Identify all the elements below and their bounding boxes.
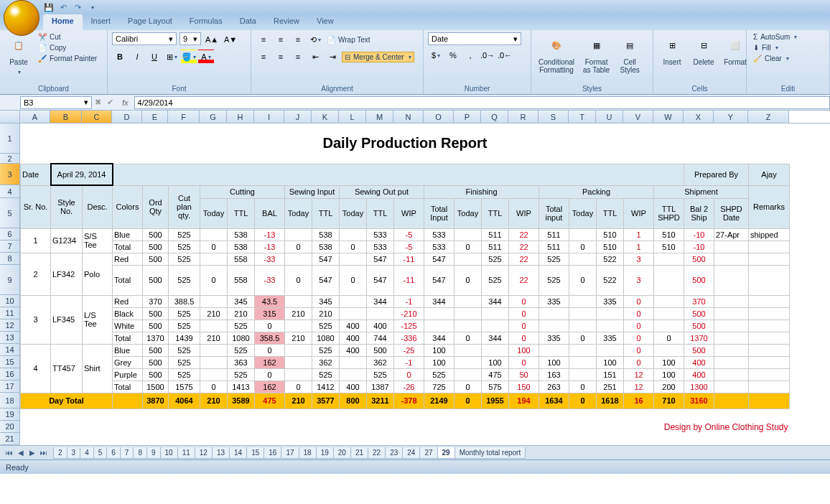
cancel-icon[interactable]: ✖ <box>95 98 101 107</box>
font-name-combo[interactable]: Calibri▾ <box>112 32 177 45</box>
sheet-tab-29[interactable]: 29 <box>437 447 455 459</box>
sheet-tab-12[interactable]: 12 <box>195 447 213 459</box>
number-format-combo[interactable]: Date▾ <box>428 32 521 45</box>
currency-button[interactable]: $ <box>428 48 444 62</box>
row-header-6[interactable]: 6 <box>0 228 20 241</box>
undo-icon[interactable]: ↶ <box>57 1 69 13</box>
align-middle-icon[interactable]: ≡ <box>273 32 289 47</box>
sheet-tab-8[interactable]: 8 <box>133 447 147 459</box>
col-header-J[interactable]: J <box>284 111 312 123</box>
format-button[interactable]: ⬜Format <box>721 32 750 67</box>
col-header-M[interactable]: M <box>366 111 393 123</box>
sheet-tab-22[interactable]: 22 <box>368 447 386 459</box>
col-header-L[interactable]: L <box>339 111 366 123</box>
fx-icon[interactable]: fx <box>122 98 129 107</box>
row-header-19[interactable]: 19 <box>0 409 20 421</box>
spreadsheet-cells[interactable]: Daily Production ReportDateApril 29, 201… <box>20 123 790 445</box>
sheet-tab-3[interactable]: 3 <box>67 447 81 459</box>
row-header-16[interactable]: 16 <box>0 368 20 381</box>
align-right-icon[interactable]: ≡ <box>290 50 306 64</box>
sheet-tab-15[interactable]: 15 <box>246 447 264 459</box>
sheet-tab-2[interactable]: 2 <box>53 447 67 459</box>
row-header-12[interactable]: 12 <box>0 319 20 332</box>
office-button[interactable] <box>4 0 39 36</box>
col-header-S[interactable]: S <box>538 111 569 123</box>
row-header-20[interactable]: 20 <box>0 421 20 433</box>
align-top-icon[interactable]: ≡ <box>256 32 271 47</box>
row-header-17[interactable]: 17 <box>0 381 20 393</box>
sheet-tab-14[interactable]: 14 <box>229 447 247 459</box>
row-header-11[interactable]: 11 <box>0 307 20 319</box>
row-header-2[interactable]: 2 <box>0 154 20 164</box>
italic-button[interactable]: I <box>129 50 145 64</box>
font-color-button[interactable]: A <box>198 50 214 64</box>
merge-center-button[interactable]: ⊟Merge & Center <box>342 52 414 62</box>
sheet-tab-11[interactable]: 11 <box>177 447 195 459</box>
col-header-P[interactable]: P <box>454 111 481 123</box>
sheet-tab-18[interactable]: 18 <box>299 447 317 459</box>
autosum-button[interactable]: ΣAutoSum <box>751 32 799 42</box>
tab-formulas[interactable]: Formulas <box>181 14 231 30</box>
col-header-T[interactable]: T <box>569 111 596 123</box>
col-header-Y[interactable]: Y <box>714 111 748 123</box>
grow-font-icon[interactable]: A▲ <box>204 32 220 47</box>
sheet-tab-4[interactable]: 4 <box>80 447 94 459</box>
row-header-10[interactable]: 10 <box>0 295 20 307</box>
format-as-table-button[interactable]: ▦Format as Table <box>580 32 612 75</box>
row-header-13[interactable]: 13 <box>0 332 20 344</box>
name-box[interactable]: B3▾ <box>20 96 92 109</box>
orientation-icon[interactable]: ⟲ <box>307 32 323 47</box>
col-header-W[interactable]: W <box>653 111 684 123</box>
bold-button[interactable]: B <box>112 50 128 64</box>
tab-nav-last-icon[interactable]: ⏭ <box>39 449 49 457</box>
row-header-8[interactable]: 8 <box>0 253 20 265</box>
col-header-N[interactable]: N <box>393 111 424 123</box>
row-header-4[interactable]: 4 <box>0 185 20 198</box>
row-header-21[interactable]: 21 <box>0 433 20 445</box>
col-header-I[interactable]: I <box>254 111 284 123</box>
col-header-Z[interactable]: Z <box>748 111 789 123</box>
align-bottom-icon[interactable]: ≡ <box>290 32 306 47</box>
redo-icon[interactable]: ↷ <box>72 1 83 13</box>
enter-icon[interactable]: ✔ <box>107 98 113 107</box>
row-header-14[interactable]: 14 <box>0 344 20 356</box>
conditional-formatting-button[interactable]: 🎨Conditional Formatting <box>536 32 577 75</box>
sheet-tab-23[interactable]: 23 <box>385 447 403 459</box>
tab-insert[interactable]: Insert <box>83 14 120 30</box>
tab-page-layout[interactable]: Page Layout <box>119 14 181 30</box>
row-header-1[interactable]: 1 <box>0 123 20 154</box>
tab-review[interactable]: Review <box>265 14 308 30</box>
delete-button[interactable]: ⊟Delete <box>689 32 718 67</box>
row-header-7[interactable]: 7 <box>0 241 20 253</box>
col-header-K[interactable]: K <box>312 111 339 123</box>
sheet-tab-7[interactable]: 7 <box>120 447 134 459</box>
wrap-text-button[interactable]: 📄Wrap Text <box>325 35 373 45</box>
sheet-tab-20[interactable]: 20 <box>333 447 351 459</box>
sheet-tab-17[interactable]: 17 <box>281 447 299 459</box>
increase-indent-icon[interactable]: ⇥ <box>325 50 340 64</box>
copy-button[interactable]: 📄Copy <box>36 43 99 52</box>
col-header-V[interactable]: V <box>623 111 653 123</box>
row-header-18[interactable]: 18 <box>0 393 20 409</box>
row-header-5[interactable]: 5 <box>0 198 20 228</box>
percent-button[interactable]: % <box>445 48 461 62</box>
underline-button[interactable]: U <box>146 50 162 64</box>
tab-nav-first-icon[interactable]: ⏮ <box>4 449 14 457</box>
align-left-icon[interactable]: ≡ <box>256 50 271 64</box>
align-center-icon[interactable]: ≡ <box>273 50 289 64</box>
col-header-H[interactable]: H <box>227 111 254 123</box>
save-icon[interactable]: 💾 <box>43 1 55 13</box>
col-header-O[interactable]: O <box>424 111 454 123</box>
row-header-3[interactable]: 3 <box>0 164 20 185</box>
fill-button[interactable]: ⬇Fill <box>751 43 799 52</box>
formula-input[interactable]: 4/29/2014 <box>134 96 830 109</box>
col-header-F[interactable]: F <box>168 111 200 123</box>
col-header-X[interactable]: X <box>684 111 714 123</box>
insert-button[interactable]: ⊞Insert <box>658 32 686 67</box>
cut-button[interactable]: ✂️Cut <box>36 32 99 42</box>
font-size-combo[interactable]: 9▾ <box>179 32 201 45</box>
sheet-tab-19[interactable]: 19 <box>316 447 334 459</box>
increase-decimal-icon[interactable]: .0→ <box>480 48 495 62</box>
col-header-Q[interactable]: Q <box>481 111 508 123</box>
fill-color-button[interactable]: 🪣 <box>181 50 197 64</box>
